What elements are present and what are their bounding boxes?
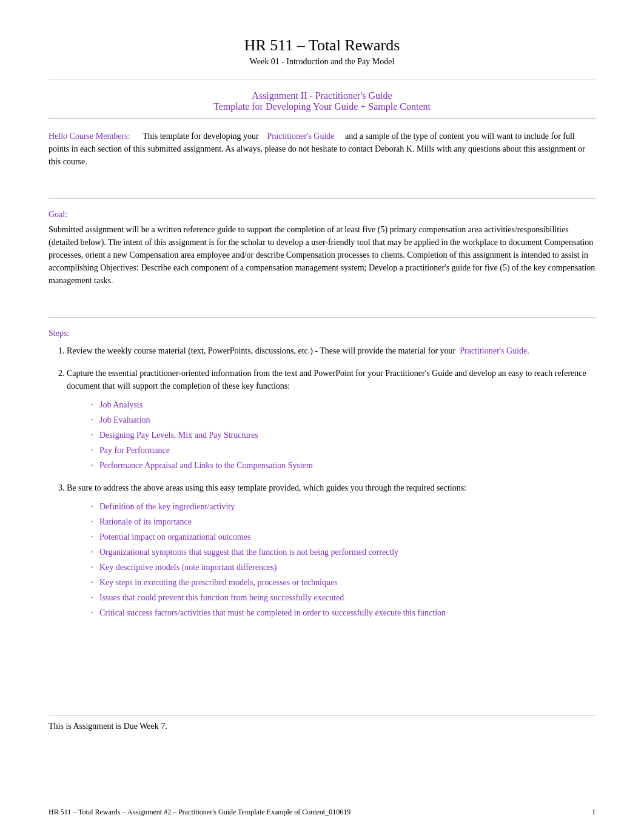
step3-bullets: Definition of the key ingredient/activit… bbox=[67, 500, 595, 619]
goal-text: Submitted assignment will be a written r… bbox=[49, 223, 595, 287]
bullet-designing-pay: Designing Pay Levels, Mix and Pay Struct… bbox=[91, 429, 595, 441]
steps-label: Steps: bbox=[49, 329, 595, 338]
bullet-rationale: Rationale of its importance bbox=[91, 515, 595, 528]
header-section: HR 511 – Total Rewards Week 01 - Introdu… bbox=[49, 36, 595, 67]
bullet-key-steps: Key steps in executing the prescribed mo… bbox=[91, 576, 595, 589]
bullet-designing-pay-text: Designing Pay Levels, Mix and Pay Struct… bbox=[99, 431, 258, 440]
bullet-rationale-text: Rationale of its importance bbox=[99, 517, 192, 526]
assignment-header: Assignment II - Practitioner's Guide Tem… bbox=[49, 90, 595, 112]
bullet-job-evaluation: Job Evaluation bbox=[91, 414, 595, 426]
step1-text: Review the weekly course material (text,… bbox=[67, 346, 455, 355]
bullet-pay-for-performance-text: Pay for Performance bbox=[99, 446, 170, 455]
bullet-potential-impact: Potential impact on organizational outco… bbox=[91, 531, 595, 543]
step-1: Review the weekly course material (text,… bbox=[67, 344, 595, 357]
footer-text: HR 511 – Total Rewards – Assignment #2 –… bbox=[49, 808, 351, 817]
bullet-org-symptoms: Organizational symptoms that suggest tha… bbox=[91, 546, 595, 558]
divider-5 bbox=[49, 715, 595, 716]
page: HR 511 – Total Rewards Week 01 - Introdu… bbox=[0, 0, 644, 835]
bullet-key-models-text: Key descriptive models (note important d… bbox=[99, 563, 277, 572]
bullet-performance-appraisal-text: Performance Appraisal and Links to the C… bbox=[99, 461, 313, 470]
step-3: Be sure to address the above areas using… bbox=[67, 481, 595, 619]
steps-section: Steps: Review the weekly course material… bbox=[49, 324, 595, 619]
due-section: This is Assignment is Due Week 7. bbox=[49, 704, 595, 731]
footer-page: 1 bbox=[592, 808, 595, 817]
bullet-job-analysis-text: Job Analysis bbox=[99, 400, 143, 409]
intro-practitioners-guide: Practitioner's Guide bbox=[267, 132, 335, 141]
page-subtitle: Week 01 - Introduction and the Pay Model bbox=[49, 57, 595, 67]
steps-list: Review the weekly course material (text,… bbox=[49, 344, 595, 619]
bullet-key-models: Key descriptive models (note important d… bbox=[91, 561, 595, 574]
goal-section: Goal: Submitted assignment will be a wri… bbox=[49, 205, 595, 287]
step2-text: Capture the essential practitioner-orien… bbox=[67, 369, 586, 391]
bullet-pay-for-performance: Pay for Performance bbox=[91, 444, 595, 457]
bullet-org-symptoms-text: Organizational symptoms that suggest tha… bbox=[99, 548, 398, 557]
step1-link: Practitioner's Guide. bbox=[460, 346, 529, 355]
divider-2 bbox=[49, 118, 595, 119]
bullet-definition-text: Definition of the key ingredient/activit… bbox=[99, 502, 235, 511]
intro-text1: This template for developing your bbox=[143, 132, 258, 141]
assignment-title-line1: Assignment II - Practitioner's Guide bbox=[49, 90, 595, 101]
assignment-title-line2: Template for Developing Your Guide + Sam… bbox=[49, 101, 595, 112]
bullet-issues: Issues that could prevent this function … bbox=[91, 591, 595, 604]
bullet-performance-appraisal: Performance Appraisal and Links to the C… bbox=[91, 459, 595, 472]
intro-section: Hello Course Members: This template for … bbox=[49, 125, 595, 168]
hello-label: Hello Course Members: bbox=[49, 132, 130, 141]
bullet-critical-success-text: Critical success factors/activities that… bbox=[99, 608, 446, 617]
step2-bullets: Job Analysis Job Evaluation Designing Pa… bbox=[67, 398, 595, 472]
divider-4 bbox=[49, 317, 595, 318]
bullet-job-evaluation-text: Job Evaluation bbox=[99, 415, 150, 424]
bullet-critical-success: Critical success factors/activities that… bbox=[91, 606, 595, 619]
divider-3 bbox=[49, 198, 595, 199]
due-text: This is Assignment is Due Week 7. bbox=[49, 722, 595, 731]
bullet-definition: Definition of the key ingredient/activit… bbox=[91, 500, 595, 513]
intro-paragraph: Hello Course Members: This template for … bbox=[49, 130, 595, 168]
bullet-issues-text: Issues that could prevent this function … bbox=[99, 593, 344, 602]
bullet-job-analysis: Job Analysis bbox=[91, 398, 595, 411]
step3-text: Be sure to address the above areas using… bbox=[67, 483, 466, 492]
divider-1 bbox=[49, 79, 595, 79]
bullet-key-steps-text: Key steps in executing the prescribed mo… bbox=[99, 578, 338, 587]
footer: HR 511 – Total Rewards – Assignment #2 –… bbox=[49, 808, 595, 817]
bullet-potential-impact-text: Potential impact on organizational outco… bbox=[99, 532, 250, 542]
page-title: HR 511 – Total Rewards bbox=[49, 36, 595, 55]
step-2: Capture the essential practitioner-orien… bbox=[67, 367, 595, 472]
goal-label: Goal: bbox=[49, 210, 595, 220]
